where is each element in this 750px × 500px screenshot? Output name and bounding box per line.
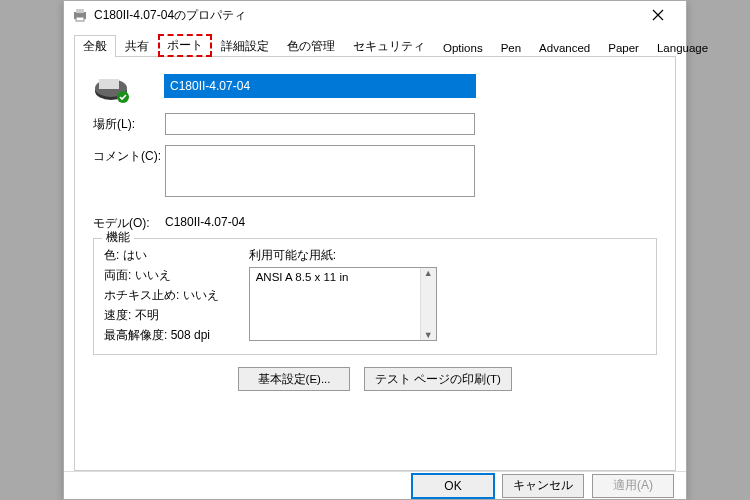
general-panel: 場所(L): コメント(C): モデル(O): C180II-4.07-04 機… xyxy=(74,57,676,471)
tab-share[interactable]: 共有 xyxy=(116,35,158,57)
feature-staple: ホチキス止め: いいえ xyxy=(104,287,219,304)
tab-language[interactable]: Language xyxy=(648,38,717,57)
cancel-button[interactable]: キャンセル xyxy=(502,474,584,498)
feature-resolution: 最高解像度: 508 dpi xyxy=(104,327,219,344)
titlebar: C180II-4.07-04のプロパティ xyxy=(64,1,686,29)
apply-button: 適用(A) xyxy=(592,474,674,498)
tab-paper[interactable]: Paper xyxy=(599,38,648,57)
paper-available-label: 利用可能な用紙: xyxy=(249,247,437,264)
feature-speed: 速度: 不明 xyxy=(104,307,219,324)
svg-rect-5 xyxy=(99,79,119,89)
preferences-button[interactable]: 基本設定(E)... xyxy=(238,367,350,391)
location-input[interactable] xyxy=(165,113,475,135)
comment-label: コメント(C): xyxy=(93,145,165,165)
content-area: 全般 共有 ポート 詳細設定 色の管理 セキュリティ Options Pen A… xyxy=(64,29,686,471)
features-group: 機能 色: はい 両面: いいえ ホチキス止め: いいえ 速度: 不明 最高解像… xyxy=(93,238,657,355)
scrollbar[interactable]: ▲▼ xyxy=(420,268,436,340)
tab-port[interactable]: ポート xyxy=(158,34,212,57)
feature-duplex: 両面: いいえ xyxy=(104,267,219,284)
test-page-button[interactable]: テスト ページの印刷(T) xyxy=(364,367,512,391)
printer-large-icon xyxy=(93,75,129,103)
comment-input[interactable] xyxy=(165,145,475,197)
svg-rect-1 xyxy=(76,9,84,13)
paper-listbox[interactable]: ANSI A 8.5 x 11 in ▲▼ xyxy=(249,267,437,341)
tab-advanced2[interactable]: Advanced xyxy=(530,38,599,57)
tab-pen[interactable]: Pen xyxy=(492,38,530,57)
window-title: C180II-4.07-04のプロパティ xyxy=(94,7,638,24)
dialog-footer: OK キャンセル 適用(A) xyxy=(64,471,686,499)
feature-color: 色: はい xyxy=(104,247,219,264)
location-label: 場所(L): xyxy=(93,113,165,133)
svg-rect-2 xyxy=(76,17,84,21)
paper-item[interactable]: ANSI A 8.5 x 11 in xyxy=(250,268,436,286)
model-value: C180II-4.07-04 xyxy=(165,215,245,232)
printer-icon xyxy=(72,7,88,23)
tab-advanced[interactable]: 詳細設定 xyxy=(212,35,278,57)
printer-name-input[interactable] xyxy=(165,75,475,97)
features-legend: 機能 xyxy=(102,230,134,245)
close-button[interactable] xyxy=(638,1,678,29)
tab-strip: 全般 共有 ポート 詳細設定 色の管理 セキュリティ Options Pen A… xyxy=(74,33,676,57)
ok-button[interactable]: OK xyxy=(412,474,494,498)
tab-color[interactable]: 色の管理 xyxy=(278,35,344,57)
scroll-up-icon: ▲ xyxy=(424,268,433,278)
scroll-down-icon: ▼ xyxy=(424,330,433,340)
tab-options[interactable]: Options xyxy=(434,38,492,57)
tab-general[interactable]: 全般 xyxy=(74,35,116,57)
properties-dialog: C180II-4.07-04のプロパティ 全般 共有 ポート 詳細設定 色の管理… xyxy=(63,0,687,500)
tab-security[interactable]: セキュリティ xyxy=(344,35,434,57)
